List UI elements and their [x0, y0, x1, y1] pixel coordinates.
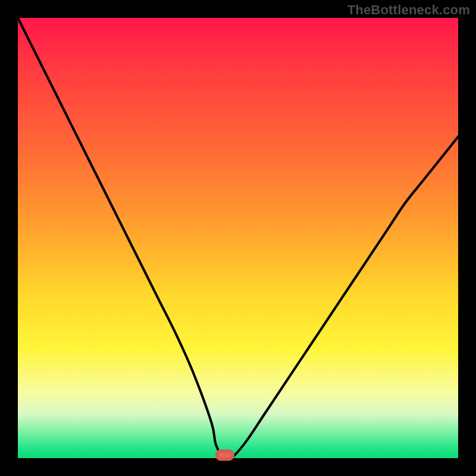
- curve-layer: [18, 18, 458, 458]
- optimum-marker: [217, 451, 233, 459]
- plot-area: [18, 18, 458, 458]
- chart-stage: TheBottleneck.com: [0, 0, 476, 476]
- watermark-text: TheBottleneck.com: [347, 2, 470, 18]
- bottleneck-curve: [18, 18, 459, 459]
